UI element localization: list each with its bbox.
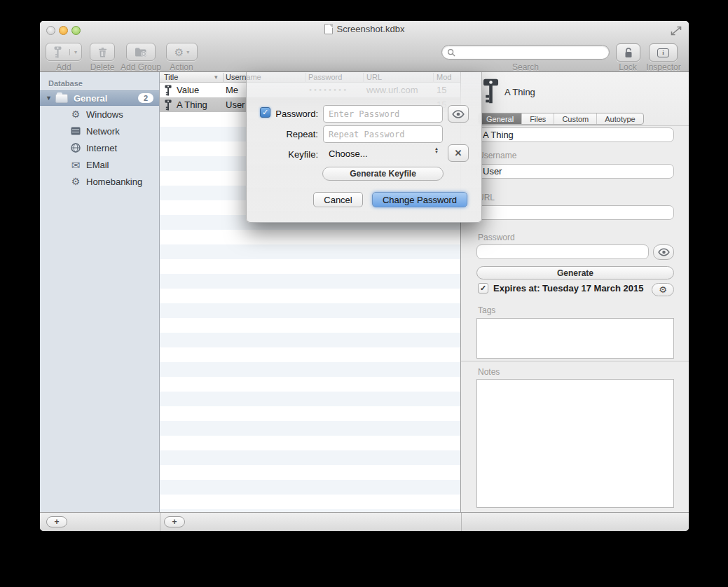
group-count-badge: 2 bbox=[138, 93, 153, 103]
sheet-repeat-label: Repeat: bbox=[272, 129, 318, 139]
gear-icon: ⚙ bbox=[174, 47, 184, 57]
gear-icon: ⚙ bbox=[68, 177, 83, 186]
inspector-entry-title: A Thing bbox=[504, 87, 535, 97]
inspector-panel: A Thing General Files Custom Autotype Us… bbox=[461, 72, 689, 512]
password-enable-checkbox[interactable]: ✓ bbox=[260, 107, 270, 118]
generate-keyfile-button[interactable]: Generate Keyfile bbox=[322, 167, 444, 181]
generate-password-button[interactable]: Generate bbox=[476, 266, 674, 279]
group-label: General bbox=[74, 93, 138, 104]
tags-textarea[interactable] bbox=[476, 318, 674, 359]
app-window: Screenshot.kdbx ▾ Add Entry Delete bbox=[40, 21, 689, 531]
search-field[interactable] bbox=[441, 45, 610, 60]
eye-icon bbox=[451, 110, 465, 118]
url-field[interactable] bbox=[476, 205, 674, 220]
sheet-repeat-input[interactable] bbox=[323, 125, 443, 143]
trash-icon bbox=[98, 47, 107, 57]
inspector-label: Inspector bbox=[641, 62, 686, 72]
password-label: Password bbox=[478, 233, 515, 242]
username-label: Username bbox=[478, 151, 516, 160]
expires-options-button[interactable]: ⚙ bbox=[652, 283, 674, 296]
action-button[interactable]: ⚙ ▾ bbox=[166, 43, 198, 61]
sheet-password-input[interactable] bbox=[323, 105, 443, 123]
expires-label: Expires at: Tuesday 17 March 2015 bbox=[493, 283, 643, 294]
tab-files[interactable]: Files bbox=[521, 113, 554, 124]
key-icon bbox=[54, 46, 62, 58]
close-icon: ✕ bbox=[455, 148, 462, 158]
sidebar-item-label: Network bbox=[86, 126, 120, 137]
sidebar-item-email[interactable]: ✉ EMail bbox=[40, 156, 159, 173]
expires-checkbox[interactable]: ✓ bbox=[478, 283, 488, 294]
inspector-button[interactable]: i bbox=[649, 43, 678, 62]
mail-icon: ✉ bbox=[68, 160, 83, 170]
fullscreen-icon[interactable] bbox=[671, 26, 682, 36]
add-group-footer-button[interactable]: + bbox=[46, 516, 67, 527]
tab-general[interactable]: General bbox=[479, 113, 521, 124]
stepper-icon[interactable]: ▲▼ bbox=[434, 147, 439, 154]
sidebar-item-homebanking[interactable]: ⚙ Homebanking bbox=[40, 173, 159, 190]
cell-username: Me bbox=[226, 85, 238, 95]
info-icon: i bbox=[657, 48, 669, 57]
gear-icon: ⚙ bbox=[68, 109, 83, 119]
password-field[interactable] bbox=[476, 244, 649, 259]
plus-icon: + bbox=[54, 518, 59, 526]
folder-icon bbox=[55, 94, 68, 103]
add-group-button[interactable] bbox=[126, 43, 156, 61]
cell-title: Value bbox=[177, 85, 199, 95]
sidebar-item-label: Internet bbox=[86, 143, 117, 153]
action-label: Action bbox=[163, 62, 200, 72]
add-group-label: Add Group bbox=[117, 62, 165, 72]
inspector-header: A Thing General Files Custom Autotype bbox=[461, 72, 689, 126]
bottom-bar: + + bbox=[40, 512, 689, 531]
delete-button[interactable] bbox=[90, 43, 115, 61]
search-label: Search bbox=[441, 62, 610, 72]
inspector-tabs: General Files Custom Autotype bbox=[478, 113, 644, 125]
check-icon: ✓ bbox=[480, 284, 486, 293]
sidebar-item-internet[interactable]: Internet bbox=[40, 139, 159, 156]
lock-open-icon bbox=[624, 47, 633, 58]
folder-plus-icon bbox=[135, 47, 147, 57]
username-field[interactable] bbox=[476, 164, 674, 179]
key-icon bbox=[165, 99, 172, 111]
sidebar-item-network[interactable]: Network bbox=[40, 123, 159, 139]
chevron-down-icon: ▾ bbox=[69, 49, 81, 55]
disclosure-triangle-icon[interactable]: ▼ bbox=[46, 95, 55, 102]
sort-indicator-icon: ▾ bbox=[214, 74, 218, 81]
window-title: Screenshot.kdbx bbox=[337, 24, 405, 34]
cell-title: A Thing bbox=[177, 99, 207, 110]
keyfile-dropdown[interactable]: Choose... bbox=[329, 149, 368, 159]
tags-label: Tags bbox=[478, 305, 495, 315]
server-icon bbox=[68, 127, 83, 135]
key-icon bbox=[165, 85, 172, 96]
title-field[interactable] bbox=[476, 127, 674, 142]
sheet-reveal-password-button[interactable] bbox=[448, 105, 469, 123]
add-entry-footer-button[interactable]: + bbox=[164, 516, 185, 527]
change-password-button[interactable]: Change Password bbox=[372, 192, 467, 207]
sidebar-item-label: Windows bbox=[86, 109, 123, 120]
reveal-password-button[interactable] bbox=[653, 244, 674, 260]
sidebar-group-general[interactable]: ▼ General 2 bbox=[40, 90, 159, 106]
column-header-title[interactable]: Title bbox=[164, 73, 178, 81]
sheet-password-label: Password: bbox=[272, 109, 318, 119]
gear-icon: ⚙ bbox=[659, 285, 667, 294]
sidebar: Database ▼ General 2 ⚙ Windows Network bbox=[40, 72, 160, 512]
document-icon bbox=[324, 24, 333, 34]
sidebar-item-label: EMail bbox=[86, 160, 109, 170]
desktop-background: Screenshot.kdbx ▾ Add Entry Delete bbox=[0, 0, 728, 587]
change-password-sheet: ✓ Password: Repeat: Keyfile: Choose... ▲… bbox=[246, 72, 482, 223]
window-header: Screenshot.kdbx ▾ Add Entry Delete bbox=[40, 21, 689, 72]
delete-label: Delete bbox=[84, 62, 121, 72]
lock-button[interactable] bbox=[616, 43, 640, 62]
toolbar: ▾ Add Entry Delete Add Group ⚙ ▾ Action bbox=[40, 39, 689, 72]
cancel-button[interactable]: Cancel bbox=[313, 192, 363, 207]
tab-autotype[interactable]: Autotype bbox=[596, 113, 643, 124]
tab-custom[interactable]: Custom bbox=[554, 113, 596, 124]
chevron-down-icon: ▾ bbox=[186, 49, 189, 55]
notes-textarea[interactable] bbox=[476, 379, 674, 508]
sidebar-header: Database bbox=[40, 72, 159, 90]
cell-username: User bbox=[226, 99, 245, 110]
search-input[interactable] bbox=[458, 48, 598, 57]
clear-keyfile-button[interactable]: ✕ bbox=[448, 144, 469, 162]
sidebar-item-windows[interactable]: ⚙ Windows bbox=[40, 106, 159, 123]
title-bar[interactable]: Screenshot.kdbx bbox=[40, 21, 689, 39]
add-entry-button[interactable]: ▾ bbox=[46, 43, 82, 61]
